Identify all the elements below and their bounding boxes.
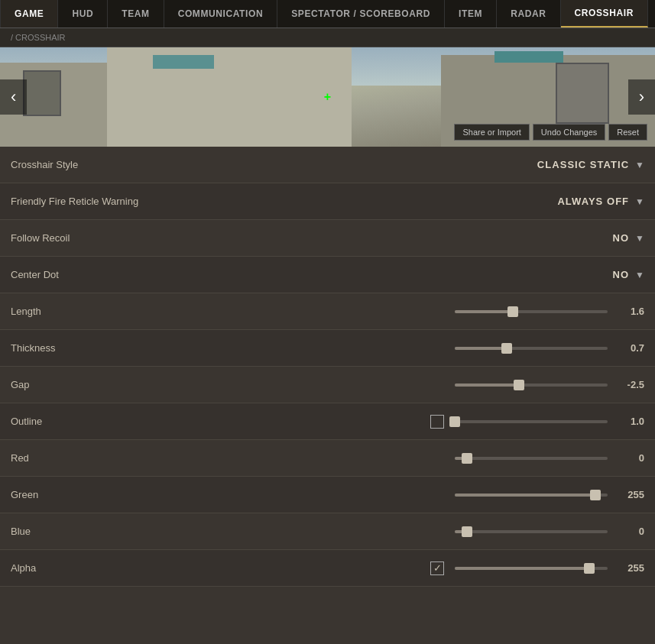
slider-wrapper-red: 0 [179,452,644,464]
setting-label-follow-recoil: Follow Recoil [11,232,179,244]
nav-item-spectator-scoreboard[interactable]: SPECTATOR / SCOREBOARD [277,0,445,28]
checkbox-alpha[interactable]: ✓ [430,561,444,575]
nav-item-radar[interactable]: RADAR [497,0,560,28]
reset-button[interactable]: Reset [608,124,647,141]
setting-label-green: Green [11,489,179,500]
setting-row-red: Red0 [0,440,655,477]
nav-item-communication[interactable]: COMMUNICATION [164,0,278,28]
slider-thumb-blue[interactable] [462,526,472,537]
slider-track-blue[interactable] [455,530,608,533]
setting-row-outline: Outline1.0 [0,403,655,440]
slider-track-length[interactable] [455,310,608,313]
slider-track-red[interactable] [455,457,608,460]
slider-fill-green [455,494,595,497]
dropdown-friendly-fire-reticle[interactable]: ALWAYS OFF▼ [557,196,644,207]
setting-label-gap: Gap [11,379,179,390]
setting-row-thickness: Thickness0.7 [0,330,655,367]
nav-item-item[interactable]: ITEM [445,0,497,28]
setting-label-alpha: Alpha [11,562,179,574]
setting-control-gap: -2.5 [179,379,644,390]
nav-item-game[interactable]: GAME [0,0,58,28]
setting-control-length: 1.6 [179,306,644,317]
slider-thumb-alpha[interactable] [584,563,595,574]
setting-control-red: 0 [179,452,644,464]
slider-track-thickness[interactable] [455,347,608,350]
setting-row-length: Length1.6 [0,293,655,330]
slider-value-green: 255 [615,489,644,500]
dropdown-arrow-follow-recoil: ▼ [635,233,644,244]
undo-changes-button[interactable]: Undo Changes [533,124,605,141]
window-2 [556,63,609,124]
setting-row-friendly-fire-reticle: Friendly Fire Reticle WarningALWAYS OFF▼ [0,183,655,220]
nav-item-team[interactable]: TEAM [108,0,164,28]
slider-thumb-gap[interactable] [514,380,524,390]
nav-item-crosshair[interactable]: CROSSHAIR [561,0,648,28]
setting-row-alpha: Alpha✓255 [0,550,655,587]
dropdown-arrow-center-dot: ▼ [635,270,644,280]
setting-control-outline: 1.0 [179,415,644,429]
dropdown-center-dot[interactable]: NO▼ [613,269,644,280]
slider-wrapper-thickness: 0.7 [179,342,644,354]
setting-control-blue: 0 [179,526,644,537]
slider-value-alpha: 255 [615,562,644,574]
slider-thumb-length[interactable] [507,306,518,317]
dropdown-follow-recoil[interactable]: NO▼ [613,232,644,244]
share-or-import-button[interactable]: Share or Import [454,124,529,141]
slider-fill-length [455,310,513,313]
slider-value-gap: -2.5 [615,379,644,390]
slider-value-length: 1.6 [615,306,644,317]
canopy-1 [153,55,214,69]
slider-thumb-thickness[interactable] [501,343,512,354]
preview-nav-right-button[interactable]: › [628,79,655,115]
setting-label-blue: Blue [11,526,179,537]
dropdown-arrow-friendly-fire-reticle: ▼ [635,196,644,207]
preview-action-buttons: Share or Import Undo Changes Reset [454,124,647,141]
crosshair-preview-area: + ‹ › Share or Import Undo Changes Reset [0,47,655,147]
preview-nav-left-button[interactable]: ‹ [0,79,27,115]
slider-value-outline: 1.0 [615,416,644,427]
dropdown-value-center-dot: NO [613,269,630,280]
slider-track-outline[interactable] [455,420,608,423]
slider-fill-gap [455,383,519,387]
dropdown-value-crosshair-style: CLASSIC STATIC [537,159,629,170]
dropdown-crosshair-style[interactable]: CLASSIC STATIC▼ [537,159,644,170]
crosshair-symbol: + [324,91,331,103]
dropdown-value-follow-recoil: NO [613,232,630,244]
setting-control-crosshair-style: CLASSIC STATIC▼ [179,159,644,170]
slider-track-gap[interactable] [455,383,608,387]
building-center [107,47,352,147]
slider-wrapper-alpha: ✓255 [179,561,644,575]
checkmark-alpha: ✓ [433,562,442,574]
slider-wrapper-length: 1.6 [179,306,644,317]
setting-label-length: Length [11,306,179,317]
checkbox-outline[interactable] [430,415,444,429]
setting-control-thickness: 0.7 [179,342,644,354]
slider-thumb-red[interactable] [462,453,472,464]
setting-control-follow-recoil: NO▼ [179,232,644,244]
setting-control-center-dot: NO▼ [179,269,644,280]
setting-row-green: Green255 [0,477,655,513]
dropdown-value-friendly-fire-reticle: ALWAYS OFF [557,196,629,207]
slider-fill-thickness [455,347,507,350]
breadcrumb: / CROSSHAIR [0,28,655,47]
slider-fill-alpha [455,567,589,570]
slider-wrapper-outline: 1.0 [179,415,644,429]
slider-track-green[interactable] [455,494,608,497]
setting-label-center-dot: Center Dot [11,269,179,280]
canopy-2 [494,51,563,63]
setting-label-thickness: Thickness [11,342,179,354]
setting-label-friendly-fire-reticle: Friendly Fire Reticle Warning [11,196,179,207]
slider-value-blue: 0 [615,526,644,537]
slider-thumb-green[interactable] [590,490,601,500]
slider-value-red: 0 [615,452,644,464]
setting-control-alpha: ✓255 [179,561,644,575]
dropdown-arrow-crosshair-style: ▼ [635,160,644,170]
slider-thumb-outline[interactable] [449,416,460,427]
setting-row-gap: Gap-2.5 [0,367,655,403]
setting-row-blue: Blue0 [0,513,655,550]
settings-container: Crosshair StyleCLASSIC STATIC▼Friendly F… [0,147,655,587]
nav-item-hud[interactable]: HUD [58,0,108,28]
slider-track-alpha[interactable] [455,567,608,570]
setting-label-red: Red [11,452,179,464]
slider-wrapper-green: 255 [179,489,644,500]
